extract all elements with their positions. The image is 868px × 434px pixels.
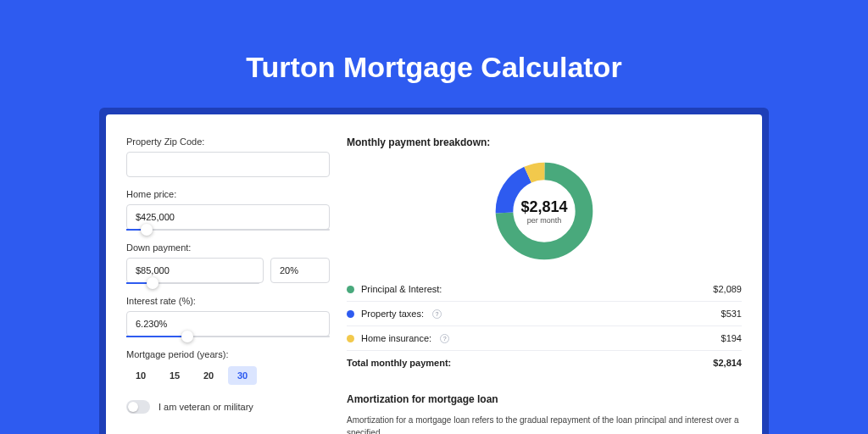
veteran-label: I am veteran or military (159, 402, 253, 412)
zip-input[interactable] (126, 152, 330, 177)
home-price-field-group: Home price: (126, 189, 330, 231)
interest-field-group: Interest rate (%): (126, 296, 330, 337)
donut-wrap: $2,814 per month (347, 159, 742, 264)
total-value: $2,814 (713, 358, 742, 368)
home-price-input[interactable] (126, 204, 330, 230)
donut-per-month: per month (527, 216, 562, 225)
payment-donut-chart: $2,814 per month (492, 159, 597, 264)
down-payment-input[interactable] (126, 258, 264, 283)
total-label: Total monthly payment: (347, 358, 451, 368)
legend-value: $2,089 (713, 284, 742, 294)
legend-label: Property taxes: (361, 309, 424, 319)
info-icon[interactable]: ? (440, 334, 449, 343)
home-price-label: Home price: (126, 189, 330, 199)
calculator-card: Property Zip Code: Home price: Down paym… (106, 114, 762, 434)
legend-row: Principal & Interest:$2,089 (347, 277, 742, 301)
toggle-knob (128, 402, 138, 412)
legend-dot (347, 310, 354, 318)
legend-value: $194 (721, 333, 742, 343)
legend-dot (347, 286, 354, 293)
donut-center: $2,814 per month (492, 159, 597, 264)
period-tab-30[interactable]: 30 (228, 366, 257, 385)
veteran-toggle-row: I am veteran or military (126, 400, 330, 414)
legend-row: Property taxes:?$531 (347, 301, 742, 326)
down-payment-field-group: Down payment: (126, 242, 330, 284)
interest-slider-thumb[interactable] (181, 331, 193, 342)
home-price-slider[interactable] (126, 229, 330, 231)
amortization-body: Amortization for a mortgage loan refers … (347, 414, 742, 434)
zip-field-group: Property Zip Code: (126, 136, 330, 177)
interest-label: Interest rate (%): (126, 296, 330, 306)
zip-label: Property Zip Code: (126, 136, 330, 147)
legend-row-total: Total monthly payment: $2,814 (347, 350, 742, 375)
period-field-group: Mortgage period (years): 10152030 (126, 349, 330, 385)
breakdown-column: Monthly payment breakdown: $2,814 per mo… (347, 136, 742, 434)
period-tab-10[interactable]: 10 (126, 366, 155, 385)
amortization-title: Amortization for mortgage loan (347, 393, 742, 405)
period-tab-20[interactable]: 20 (194, 366, 223, 385)
info-icon[interactable]: ? (432, 309, 442, 319)
home-price-slider-thumb[interactable] (141, 224, 153, 236)
down-payment-slider[interactable] (126, 282, 259, 284)
legend-value: $531 (721, 309, 742, 319)
form-column: Property Zip Code: Home price: Down paym… (126, 136, 330, 434)
legend-dot (347, 335, 354, 342)
down-payment-label: Down payment: (126, 242, 330, 253)
interest-slider[interactable] (126, 336, 330, 337)
interest-slider-fill (126, 336, 187, 337)
down-payment-pct-input[interactable] (270, 258, 330, 283)
amortization-section: Amortization for mortgage loan Amortizat… (347, 393, 742, 434)
legend-list: Principal & Interest:$2,089Property taxe… (347, 277, 742, 350)
period-label: Mortgage period (years): (126, 349, 330, 359)
interest-input[interactable] (126, 311, 330, 337)
legend-row: Home insurance:?$194 (347, 326, 742, 350)
donut-amount: $2,814 (520, 198, 567, 216)
legend-label: Principal & Interest: (361, 284, 442, 294)
period-tab-15[interactable]: 15 (160, 366, 189, 385)
card-accent-frame: Property Zip Code: Home price: Down paym… (99, 108, 769, 434)
down-payment-slider-thumb[interactable] (147, 277, 159, 289)
page-title: Turton Mortgage Calculator (0, 0, 868, 108)
legend-label: Home insurance: (361, 333, 431, 343)
breakdown-title: Monthly payment breakdown: (347, 136, 742, 148)
veteran-toggle[interactable] (126, 400, 150, 414)
period-tabs: 10152030 (126, 366, 330, 385)
